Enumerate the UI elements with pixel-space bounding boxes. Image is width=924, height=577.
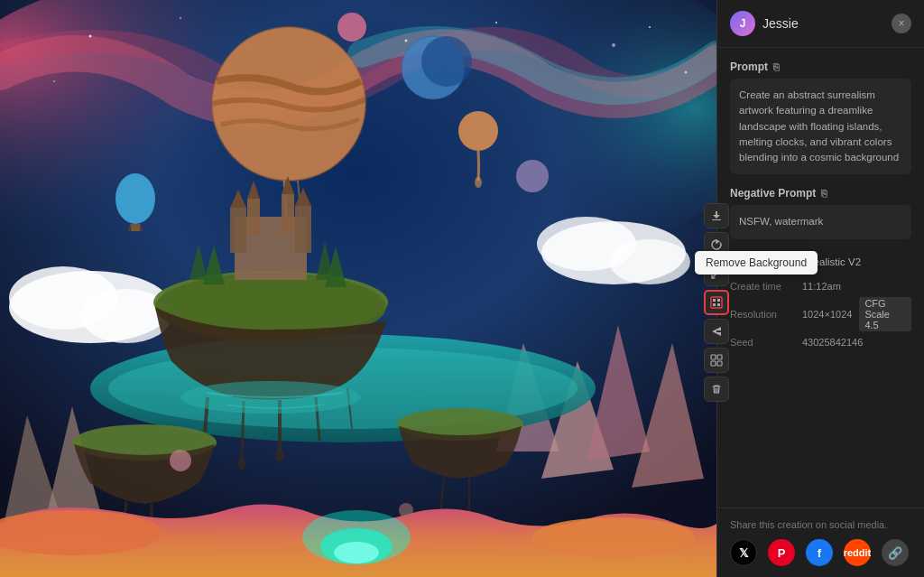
svg-point-13 xyxy=(180,17,181,19)
seed-value: 43025842146 xyxy=(802,337,863,348)
svg-rect-73 xyxy=(711,361,716,366)
create-time-row: Create time 11:12am xyxy=(730,281,911,292)
username: Jessie xyxy=(762,16,799,31)
seed-label: Seed xyxy=(730,337,802,348)
svg-point-64 xyxy=(170,450,191,471)
negative-prompt-text: NSFW, watermark xyxy=(730,205,911,238)
svg-point-15 xyxy=(495,22,497,23)
create-time-label: Create time xyxy=(730,281,802,292)
svg-rect-40 xyxy=(230,208,246,253)
negative-prompt-label: Negative Prompt ⎘ xyxy=(730,187,911,200)
panel-header: J Jessie × xyxy=(717,0,924,48)
svg-rect-67 xyxy=(713,299,716,302)
svg-point-25 xyxy=(609,239,690,284)
svg-point-65 xyxy=(399,503,413,517)
prompt-label: Prompt ⎘ xyxy=(730,60,911,73)
svg-rect-66 xyxy=(711,297,722,308)
delete-button[interactable] xyxy=(704,377,729,402)
social-icons: 𝕏 P f reddit 🔗 xyxy=(730,539,911,566)
svg-rect-74 xyxy=(717,361,722,366)
svg-point-60 xyxy=(334,542,379,563)
share-x-button[interactable]: 𝕏 xyxy=(730,539,757,566)
copy-link-button[interactable]: 🔗 xyxy=(882,539,909,566)
share-pinterest-button[interactable]: P xyxy=(768,539,795,566)
negative-prompt-section: Negative Prompt ⎘ NSFW, watermark xyxy=(730,187,911,238)
svg-point-16 xyxy=(612,43,615,47)
share-reddit-button[interactable]: reddit xyxy=(844,539,871,566)
create-time-value: 11:12am xyxy=(802,281,841,292)
svg-rect-72 xyxy=(717,355,722,359)
copy-negative-prompt-button[interactable]: ⎘ xyxy=(821,188,827,199)
share-variation-button[interactable] xyxy=(704,319,729,344)
image-toolbar xyxy=(704,203,729,402)
close-button[interactable]: × xyxy=(892,14,911,33)
resolution-label: Resolution xyxy=(730,309,802,320)
svg-point-38 xyxy=(275,449,284,461)
share-facebook-button[interactable]: f xyxy=(806,539,833,566)
svg-point-62 xyxy=(116,173,155,224)
svg-rect-43 xyxy=(282,194,294,235)
svg-rect-41 xyxy=(295,206,311,253)
resolution-row: Resolution 1024×1024 CFG Scale 4.5 xyxy=(730,297,911,331)
svg-rect-68 xyxy=(717,299,720,302)
generated-image xyxy=(0,0,716,577)
svg-point-14 xyxy=(405,40,408,42)
svg-point-8 xyxy=(337,13,366,42)
svg-point-10 xyxy=(475,177,482,188)
svg-rect-71 xyxy=(711,355,716,359)
prompt-text: Create an abstract surrealism artwork fe… xyxy=(730,79,911,174)
svg-point-7 xyxy=(421,36,472,87)
svg-rect-42 xyxy=(247,199,260,235)
svg-point-11 xyxy=(516,160,549,192)
tooltip-text: Remove Background xyxy=(706,256,807,269)
avatar: J xyxy=(730,11,755,36)
prompt-section: Prompt ⎘ Create an abstract surrealism a… xyxy=(730,60,911,174)
svg-rect-63 xyxy=(131,224,140,231)
details-panel: J Jessie × Prompt ⎘ Create an abstract s… xyxy=(716,0,924,577)
seed-row: Seed 43025842146 xyxy=(730,337,911,348)
social-label: Share this creation on social media. xyxy=(730,519,911,530)
svg-point-9 xyxy=(458,111,498,151)
download-button[interactable] xyxy=(704,203,729,228)
copy-prompt-button[interactable]: ⎘ xyxy=(773,61,780,72)
svg-rect-70 xyxy=(717,303,720,306)
remove-bg-button[interactable] xyxy=(704,290,729,315)
remove-bg-tooltip: Remove Background xyxy=(695,251,818,275)
svg-point-19 xyxy=(53,80,55,82)
user-info: J Jessie xyxy=(730,11,799,36)
panel-content: Prompt ⎘ Create an abstract surrealism a… xyxy=(717,48,924,507)
svg-rect-69 xyxy=(713,303,716,306)
svg-point-18 xyxy=(685,71,688,74)
resolution-value: 1024×1024 xyxy=(802,309,852,320)
svg-point-37 xyxy=(238,459,245,470)
svg-point-56 xyxy=(532,517,695,557)
social-section: Share this creation on social media. 𝕏 P… xyxy=(717,507,924,577)
cfg-badge: CFG Scale 4.5 xyxy=(859,297,911,331)
svg-point-12 xyxy=(89,35,92,38)
variations-button[interactable] xyxy=(704,348,729,373)
